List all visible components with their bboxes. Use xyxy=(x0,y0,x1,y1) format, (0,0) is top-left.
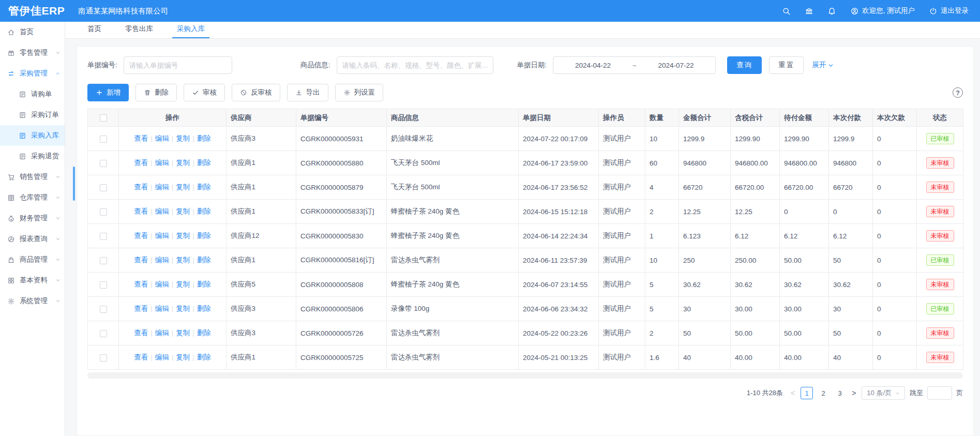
row-checkbox[interactable] xyxy=(100,306,107,313)
row-action-view[interactable]: 查看 xyxy=(134,159,148,167)
date-to-value[interactable]: 2024-07-22 xyxy=(658,62,693,69)
row-action-edit[interactable]: 编辑 xyxy=(155,329,169,337)
tab-purchase-inbound[interactable]: 采购入库 xyxy=(172,24,209,38)
user-menu[interactable]: 欢迎您, 测试用户 xyxy=(850,6,915,16)
audit-button[interactable]: 审核 xyxy=(184,84,225,101)
row-action-delete[interactable]: 删除 xyxy=(197,305,211,312)
row-action-view[interactable]: 查看 xyxy=(134,232,148,239)
product-info-input[interactable] xyxy=(337,56,493,74)
row-action-edit[interactable]: 编辑 xyxy=(155,256,169,264)
sidebar-item-sales[interactable]: 销售管理 xyxy=(0,167,65,187)
unaudit-button[interactable]: 反审核 xyxy=(232,84,280,101)
sidebar-item-home[interactable]: 首页 xyxy=(0,22,65,42)
row-action-edit[interactable]: 编辑 xyxy=(155,183,169,191)
column-settings-button[interactable]: 列设置 xyxy=(335,84,384,101)
row-action-view[interactable]: 查看 xyxy=(134,353,148,361)
row-action-copy[interactable]: 复制 xyxy=(176,280,190,288)
row-checkbox[interactable] xyxy=(100,208,107,216)
page-size-select[interactable]: 10 条/页 xyxy=(862,386,905,400)
sidebar-item-purchase-order[interactable]: 采购订单 xyxy=(0,104,65,125)
cell-operator: 测试用户 xyxy=(599,297,645,321)
delete-button[interactable]: 删除 xyxy=(135,84,177,101)
row-checkbox[interactable] xyxy=(100,257,107,264)
row-action-view[interactable]: 查看 xyxy=(134,183,148,191)
action-separator: | xyxy=(192,134,194,142)
row-action-edit[interactable]: 编辑 xyxy=(155,305,169,312)
row-action-delete[interactable]: 删除 xyxy=(197,280,211,288)
prev-page-button[interactable]: < xyxy=(790,389,796,397)
search-icon[interactable] xyxy=(782,7,791,16)
row-action-copy[interactable]: 复制 xyxy=(176,183,190,191)
page-number-1[interactable]: 1 xyxy=(801,387,813,399)
row-checkbox[interactable] xyxy=(100,233,107,240)
tab-home[interactable]: 首页 xyxy=(83,24,106,38)
search-button[interactable]: 查询 xyxy=(727,56,762,74)
jump-page-input[interactable] xyxy=(927,386,952,400)
row-action-copy[interactable]: 复制 xyxy=(176,232,190,239)
date-range-picker[interactable]: 2024-04-22 ~ 2024-07-22 xyxy=(553,56,716,74)
row-action-copy[interactable]: 复制 xyxy=(176,159,190,167)
row-action-delete[interactable]: 删除 xyxy=(197,183,211,191)
sidebar-item-purchase-inbound[interactable]: 采购入库 xyxy=(0,125,65,146)
scrollbar-thumb[interactable] xyxy=(73,167,75,201)
page-number-2[interactable]: 2 xyxy=(817,387,830,399)
row-action-copy[interactable]: 复制 xyxy=(176,256,190,264)
row-action-view[interactable]: 查看 xyxy=(134,305,148,312)
sidebar-item-report[interactable]: 报表查询 xyxy=(0,229,65,249)
row-action-copy[interactable]: 复制 xyxy=(176,134,190,142)
bell-icon[interactable] xyxy=(827,7,836,16)
row-action-edit[interactable]: 编辑 xyxy=(155,134,169,142)
row-action-copy[interactable]: 复制 xyxy=(176,329,190,337)
sidebar-item-goods[interactable]: 商品管理 xyxy=(0,249,65,270)
row-action-view[interactable]: 查看 xyxy=(134,134,148,142)
row-checkbox[interactable] xyxy=(100,281,107,289)
add-button[interactable]: 新增 xyxy=(87,84,129,101)
bill-no-input[interactable] xyxy=(124,56,232,74)
table-horizontal-scrollbar[interactable] xyxy=(87,372,963,379)
row-checkbox[interactable] xyxy=(100,160,107,167)
row-action-view[interactable]: 查看 xyxy=(134,280,148,288)
export-button[interactable]: 导出 xyxy=(287,84,328,101)
select-all-checkbox[interactable] xyxy=(100,114,107,122)
date-from-value[interactable]: 2024-04-22 xyxy=(575,62,611,69)
sidebar-item-basic[interactable]: 基本资料 xyxy=(0,270,65,291)
help-icon[interactable]: ? xyxy=(953,87,963,98)
row-action-view[interactable]: 查看 xyxy=(134,329,148,337)
row-action-delete[interactable]: 删除 xyxy=(197,353,211,361)
reset-button[interactable]: 重置 xyxy=(769,56,804,74)
next-page-button[interactable]: > xyxy=(851,389,857,397)
logout-button[interactable]: 退出登录 xyxy=(929,6,969,16)
sidebar-item-finance[interactable]: 财务管理 xyxy=(0,208,65,229)
row-action-view[interactable]: 查看 xyxy=(134,256,148,264)
row-action-copy[interactable]: 复制 xyxy=(176,305,190,312)
page-number-3[interactable]: 3 xyxy=(834,387,846,399)
row-action-delete[interactable]: 删除 xyxy=(197,207,211,215)
sidebar-item-system[interactable]: 系统管理 xyxy=(0,291,65,311)
row-checkbox[interactable] xyxy=(100,184,107,191)
row-action-edit[interactable]: 编辑 xyxy=(155,207,169,215)
row-action-copy[interactable]: 复制 xyxy=(176,207,190,215)
row-action-view[interactable]: 查看 xyxy=(134,207,148,215)
sidebar-item-purchase-request[interactable]: 请购单 xyxy=(0,84,65,104)
row-action-delete[interactable]: 删除 xyxy=(197,329,211,337)
row-action-delete[interactable]: 删除 xyxy=(197,159,211,167)
sidebar-item-retail[interactable]: 零售管理 xyxy=(0,42,65,63)
sidebar-item-warehouse[interactable]: 仓库管理 xyxy=(0,187,65,208)
tab-retail-outbound[interactable]: 零售出库 xyxy=(120,24,158,38)
row-action-edit[interactable]: 编辑 xyxy=(155,232,169,239)
row-action-edit[interactable]: 编辑 xyxy=(155,280,169,288)
action-separator: | xyxy=(150,256,153,264)
expand-link[interactable]: 展开 xyxy=(812,61,834,70)
sidebar-item-purchase-return[interactable]: 采购退货 xyxy=(0,146,65,167)
row-action-copy[interactable]: 复制 xyxy=(176,353,190,361)
row-action-edit[interactable]: 编辑 xyxy=(155,159,169,167)
row-action-delete[interactable]: 删除 xyxy=(197,232,211,239)
row-action-edit[interactable]: 编辑 xyxy=(155,353,169,361)
row-checkbox[interactable] xyxy=(100,354,107,362)
row-checkbox[interactable] xyxy=(100,136,107,143)
row-action-delete[interactable]: 删除 xyxy=(197,134,211,142)
sidebar-item-purchase[interactable]: 采购管理 xyxy=(0,63,65,84)
row-checkbox[interactable] xyxy=(100,330,107,337)
bank-icon[interactable] xyxy=(805,7,813,16)
row-action-delete[interactable]: 删除 xyxy=(197,256,211,264)
